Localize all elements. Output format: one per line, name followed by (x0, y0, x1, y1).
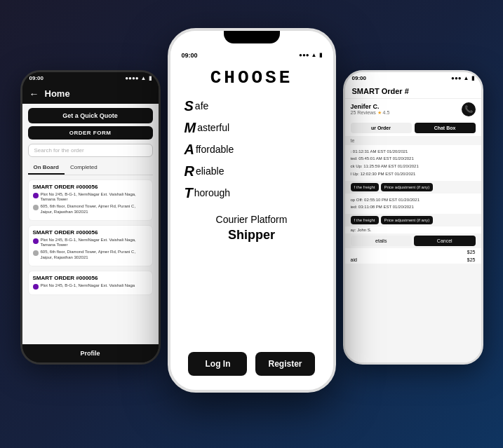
order-card-1: SMART ORDER #000056 Plot No 245, B-G-1, … (28, 179, 153, 221)
tabs-row: On Board Completed (28, 161, 153, 175)
order-2-pickup-row: Plot No 245, B-G-1, NemiNagar Ext. Vaish… (33, 238, 148, 249)
courier-platform: Courier Platform (216, 214, 288, 225)
reviews-count: 25 Reviews (351, 110, 376, 115)
center-signal-icon: ●●● (299, 52, 309, 58)
customer-info: Jenifer C. 25 Reviews ★ 4.5 (351, 103, 390, 116)
smart-item-a: Affordable (185, 142, 319, 158)
left-time: 09:00 (29, 75, 43, 81)
details-button[interactable]: etails (351, 236, 413, 246)
phone-right: 09:00 ●●● ▲ ▮ SMART Order # Jenifer C. 2… (343, 70, 483, 365)
your-order-button[interactable]: ur Order (351, 123, 412, 133)
phone-call-button[interactable]: 📞 (462, 102, 476, 116)
letter-r: R (185, 163, 194, 179)
order-3-pickup-row: Plot No 245, B-G-1, NemiNagar Ext. Vaish… (33, 283, 148, 290)
order-card-2: SMART ORDER #000056 Plot No 245, B-G-1, … (28, 225, 153, 266)
login-button[interactable]: Log In (188, 352, 247, 376)
freight-button-1[interactable]: f the freight (351, 183, 379, 191)
dropoff-entry-1: op Off: 02:55:10 PM EST 01/20/2021 (351, 196, 476, 204)
order-3-title: SMART ORDER #000056 (33, 275, 148, 281)
amount-value-1: $25 (467, 250, 476, 254)
right-status-icons: ●●● ▲ ▮ (451, 75, 474, 81)
right-battery-icon: ▮ (471, 75, 474, 81)
amount-label-2: aid (351, 257, 357, 262)
center-status-bar: 09:00 ●●● ▲ ▮ (170, 50, 333, 60)
wifi-icon: ▲ (141, 75, 147, 81)
amount-row-2: aid $25 (345, 256, 481, 264)
center-content: CHOOSE Safe Masterful Affordable Reliabl… (170, 60, 333, 390)
center-buttons: Log In Register (188, 352, 314, 383)
left-footer[interactable]: Profile (22, 344, 159, 362)
signal-icon: ●●●● (125, 75, 138, 81)
tab-onboard[interactable]: On Board (28, 161, 65, 175)
center-status-icons: ●●● ▲ ▮ (299, 52, 321, 58)
price-adj-button-2[interactable]: Price adjustment (if any) (381, 216, 434, 224)
left-status-bar: 09:00 ●●●● ▲ ▮ (22, 72, 159, 84)
back-arrow-icon[interactable]: ← (29, 88, 39, 100)
order-2-dropoff: 605, 6th floor, Diamond Tower, Ajmer Rd,… (41, 250, 148, 261)
time-entry-2: ted: 05:45:01 AM EST 01/20/2021 (351, 155, 476, 163)
order-3-pickup: Plot No 245, B-G-1, NemiNagar Ext. Vaish… (41, 283, 135, 289)
phone-center: 09:00 ●●● ▲ ▮ CHOOSE Safe Masterful Affo… (168, 28, 336, 393)
action-buttons-row: ur Order Chat Box (345, 120, 481, 136)
dropoff-dot (33, 205, 39, 210)
left-content: Get a Quick Quote ORDER FORM Search for … (22, 104, 159, 344)
center-time: 09:00 (182, 52, 198, 59)
battery-icon: ▮ (149, 75, 152, 81)
dropoff-entry-2: ied: 03:11:08 PM EST 01/20/2021 (351, 203, 476, 211)
chat-box-button[interactable]: Chat Box (415, 123, 476, 133)
order-2-pickup: Plot No 245, B-G-1, NemiNagar Ext. Vaish… (41, 238, 148, 249)
cancel-button[interactable]: Cancel (414, 236, 476, 246)
smart-item-s: Safe (185, 98, 319, 114)
register-button[interactable]: Register (255, 352, 314, 376)
right-wifi-icon: ▲ (464, 75, 469, 81)
search-bar[interactable]: Search for the order (28, 144, 153, 157)
order-1-dropoff-row: 605, 6th floor, Diamond Tower, Ajmer Rd,… (33, 204, 148, 215)
order-1-dropoff: 605, 6th floor, Diamond Tower, Ajmer Rd,… (41, 204, 148, 215)
phone-left: 09:00 ●●●● ▲ ▮ ← Home Get a Quick Quote … (20, 70, 161, 365)
rest-eliable: eliable (196, 165, 224, 177)
order-2-dropoff-row: 605, 6th floor, Diamond Tower, Ajmer Rd,… (33, 250, 148, 261)
home-title: Home (45, 88, 70, 99)
letter-s: S (185, 98, 194, 114)
phones-container: 09:00 ●●●● ▲ ▮ ← Home Get a Quick Quote … (6, 14, 497, 435)
right-signal-icon: ●●● (451, 75, 462, 81)
center-notch (170, 31, 333, 50)
phone-icon: 📞 (464, 105, 473, 113)
right-content: Jenifer C. 25 Reviews ★ 4.5 📞 ur Order C… (345, 99, 481, 362)
order-form-button[interactable]: ORDER FORM (28, 126, 153, 140)
right-header: SMART Order # (345, 84, 481, 99)
quick-quote-button[interactable]: Get a Quick Quote (28, 108, 153, 123)
customer-name: Jenifer C. (351, 103, 390, 110)
letter-t: T (185, 185, 193, 201)
customer-reviews: 25 Reviews ★ 4.5 (351, 110, 390, 116)
choose-title: CHOOSE (210, 67, 293, 88)
notch (224, 31, 280, 43)
rest-horough: horough (194, 187, 230, 198)
right-time: 09:00 (352, 75, 366, 81)
center-battery-icon: ▮ (319, 52, 322, 58)
pickup-dot-2 (33, 238, 39, 244)
rest-afe: afe (195, 100, 208, 111)
center-wifi-icon: ▲ (311, 52, 317, 58)
customer-row: Jenifer C. 25 Reviews ★ 4.5 📞 (345, 99, 481, 120)
order-1-pickup: Plot No 245, B-G-1, NemiNagar Ext. Vaish… (41, 192, 148, 203)
amount-value-2: $25 (467, 257, 476, 262)
time-entry-4: l Up: 12:02:30 PM EST 01/20/2021 (351, 170, 476, 178)
smart-item-t: Thorough (185, 185, 319, 201)
order-2-title: SMART ORDER #000056 (33, 229, 148, 236)
price-adj-button-1[interactable]: Price adjustment (if any) (381, 183, 434, 191)
freight-button-2[interactable]: f the freight (351, 216, 379, 224)
tab-completed[interactable]: Completed (65, 161, 103, 175)
smart-item-r: Reliable (185, 163, 319, 179)
freight-row-1: f the freight Price adjustment (if any) (345, 181, 481, 194)
order-1-title: SMART ORDER #000056 (33, 184, 148, 190)
paid-by-row: ay: John S. (345, 226, 481, 233)
letter-m: M (185, 120, 196, 136)
rest-asterful: asterful (197, 122, 229, 133)
time-entry-1: : 01:12:31 AM EST 01/20/2021 (351, 148, 476, 156)
shipper-text: Shipper (228, 228, 275, 243)
time-entries: : 01:12:31 AM EST 01/20/2021 ted: 05:45:… (345, 145, 481, 181)
amount-row-1: $25 (345, 248, 481, 256)
dropoff-entries: op Off: 02:55:10 PM EST 01/20/2021 ied: … (345, 194, 481, 215)
time-entry-3: ck Up: 11:25:59 AM EST 01/20/2021 (351, 163, 476, 170)
